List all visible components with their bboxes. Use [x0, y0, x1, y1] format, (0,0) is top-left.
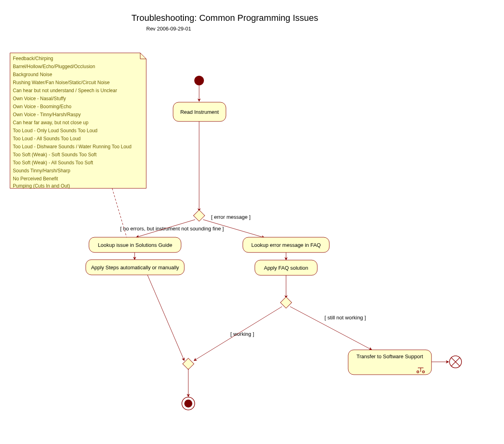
guard-still-not-working: [ still not working ]	[325, 315, 366, 321]
svg-point-20	[184, 400, 192, 408]
diagram-revision: Rev 2006-09-29-01	[146, 26, 191, 32]
note-line: Background Noise	[13, 72, 52, 77]
initial-node	[194, 76, 204, 85]
activity-final-node	[182, 397, 195, 410]
decision-1	[194, 210, 205, 221]
activity-label: Transfer to Software Support	[357, 353, 423, 359]
activity-label: Apply Steps automatically or manually	[91, 264, 179, 270]
note-line: Can hear far away, but not close up	[13, 120, 89, 125]
decision-2	[280, 297, 292, 308]
note-line: Too Loud - Dishware Sounds / Water Runni…	[13, 144, 131, 149]
activity-label: Lookup error message in FAQ	[251, 242, 321, 248]
note-anchor-line	[112, 188, 127, 237]
note-line: Rushing Water/Fan Noise/Static/Circuit N…	[13, 80, 110, 85]
issue-note: Feedback/Chirping Barrel/Hollow/Echo/Plu…	[10, 53, 146, 189]
flow-final-node	[450, 356, 462, 368]
note-line: Too Loud - All Sounds Too Loud	[13, 136, 81, 141]
note-line: Too Loud - Only Loud Sounds Too Loud	[13, 128, 97, 133]
note-line: Own Voice - Tinny/Harsh/Raspy	[13, 112, 81, 117]
note-line: Own Voice - Nasal/Stuffy	[13, 96, 66, 101]
activity-label: Apply FAQ solution	[264, 265, 308, 271]
note-line: Own Voice - Booming/Echo	[13, 104, 71, 109]
activity-label: Read Instrument	[180, 109, 219, 115]
note-line: Pumping (Cuts In and Out)	[13, 183, 70, 189]
svg-line-7	[194, 307, 282, 361]
guard-error-message: [ error message ]	[211, 214, 250, 220]
activity-label: Lookup issue in Solutions Guide	[98, 242, 172, 248]
note-line: Too Soft (Weak) - Soft Sounds Too Soft	[13, 152, 97, 157]
note-line: Feedback/Chirping	[13, 56, 53, 61]
merge-node	[183, 358, 194, 369]
note-line: No Perceived Benefit	[13, 176, 58, 182]
diagram-title: Troubleshooting: Common Programming Issu…	[131, 13, 318, 23]
note-line: Can hear but not understand / Speech is …	[13, 88, 117, 93]
note-line: Sounds Tinny/Harsh/Sharp	[13, 168, 71, 174]
note-line: Barrel/Hollow/Echo/Plugged/Occlusion	[13, 64, 95, 69]
svg-line-8	[290, 307, 372, 350]
note-line: Too Soft (Weak) - All Sounds Too Soft	[13, 160, 93, 165]
svg-line-17	[147, 275, 184, 361]
